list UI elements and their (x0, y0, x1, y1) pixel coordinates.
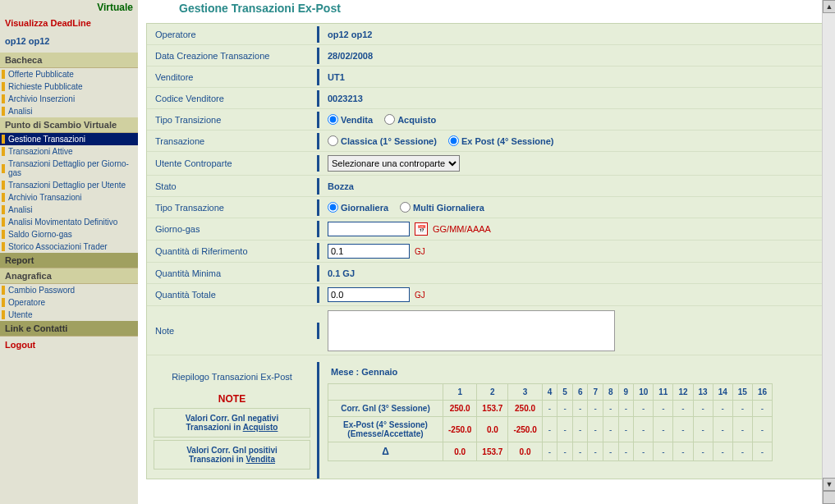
sidebar-item-archivio-inserzioni[interactable]: Archivio Inserzioni (0, 93, 138, 105)
table-cell: - (588, 442, 603, 461)
note-box-negativi: Valori Corr. Gnl negativi Transazioni in… (154, 408, 310, 438)
table-cell: 153.7 (477, 401, 508, 417)
user-label: op12 op12 (0, 31, 138, 53)
sidebar-item-gestione-transazioni[interactable]: Gestione Transazioni (0, 133, 138, 145)
table-cell: - (557, 442, 573, 461)
link-vendita[interactable]: Vendita (245, 455, 275, 464)
sidebar-item-saldo-giorno-gas[interactable]: Saldo Giorno-gas (0, 228, 138, 241)
calendar-icon[interactable]: 📅 (415, 222, 428, 236)
table-cell: - (634, 401, 654, 417)
link-acquisto[interactable]: Acquisto (243, 423, 278, 432)
sidebar-item-analisi-movimentato[interactable]: Analisi Movimentato Definitivo (0, 216, 138, 228)
table-cell: - (752, 401, 772, 417)
sidebar-item-operatore[interactable]: Operatore (0, 296, 138, 309)
label-quantita-rif: Quantità di Riferimento (147, 243, 319, 259)
sidebar: Virtuale Visualizza DeadLine op12 op12 B… (0, 0, 138, 504)
sidebar-item-dettaglio-utente[interactable]: Transazioni Dettaglio per Utente (0, 179, 138, 191)
day-header: 12 (673, 384, 693, 401)
sidebar-item-analisi-psv[interactable]: Analisi (0, 204, 138, 216)
row-label: Ex-Post (4° Sessione)(Emesse/Accettate) (328, 417, 443, 442)
main: Gestione Transazioni Ex-Post Operatore o… (138, 0, 835, 504)
table-cell: - (732, 401, 752, 417)
sidebar-item-richieste-pubblicate[interactable]: Richieste Pubblicate (0, 80, 138, 93)
unit-gj-tot: GJ (415, 291, 425, 300)
value-stato: Bozza (319, 178, 826, 195)
sidebar-item-offerte-pubblicate[interactable]: Offerte Pubblicate (0, 68, 138, 80)
table-cell: -250.0 (508, 417, 542, 442)
radio-expost[interactable]: Ex Post (4° Sessione) (448, 135, 554, 146)
table-cell: - (673, 401, 693, 417)
logout-link[interactable]: Logout (0, 337, 138, 353)
label-quantita-min: Quantità Minima (147, 265, 319, 282)
table-cell: 0.0 (443, 442, 477, 461)
app-label: Virtuale (97, 2, 133, 13)
input-quantita-rif[interactable] (328, 244, 410, 259)
label-codice-venditore: Codice Venditore (147, 90, 319, 107)
outer-scrollbar[interactable]: ▲ ▼ (822, 0, 835, 504)
radio-multi-giornaliera[interactable]: Multi Giornaliera (400, 202, 484, 213)
select-controparte[interactable]: Selezionare una controparte (328, 155, 460, 172)
table-cell: - (618, 442, 634, 461)
radio-classica[interactable]: Classica (1° Sessione) (328, 135, 437, 146)
sidebar-item-transazioni-attive[interactable]: Transazioni Attive (0, 145, 138, 158)
radio-giornaliera[interactable]: Giornaliera (328, 202, 388, 213)
table-row: Corr. Gnl (3° Sessione)250.0153.7250.0--… (328, 401, 773, 417)
form-area: Operatore op12 op12 Data Creazione Trans… (146, 23, 827, 479)
sidebar-item-utente[interactable]: Utente (0, 309, 138, 321)
scroll-up-icon[interactable]: ▲ (823, 0, 835, 13)
radio-transazione: Classica (1° Sessione) Ex Post (4° Sessi… (328, 135, 554, 146)
month-label: Mese : Gennaio (328, 367, 826, 383)
table-cell: - (572, 417, 588, 442)
summary-table: 12345678910111213141516 Corr. Gnl (3° Se… (328, 383, 773, 461)
textarea-note[interactable] (328, 310, 615, 351)
radio-acquisto[interactable]: Acquisto (384, 114, 436, 125)
date-hint: GG/MM/AAAA (433, 224, 491, 234)
section-link[interactable]: Link e Contatti (0, 321, 138, 337)
table-cell: - (542, 442, 557, 461)
label-stato: Stato (147, 178, 319, 195)
summary-panel: Riepilogo Transazioni Ex-Post NOTE Valor… (147, 362, 826, 479)
day-header: 11 (654, 384, 673, 401)
table-cell: - (557, 417, 573, 442)
section-report[interactable]: Report (0, 253, 138, 268)
table-cell: 0.0 (477, 417, 508, 442)
label-quantita-tot: Quantità Totale (147, 286, 319, 303)
label-venditore: Venditore (147, 69, 319, 85)
unit-gj-rif: GJ (415, 247, 425, 256)
input-giorno-gas[interactable] (328, 222, 410, 236)
radio-tipo-transazione: Giornaliera Multi Giornaliera (328, 202, 484, 213)
day-header: 3 (508, 384, 542, 401)
table-cell: - (654, 417, 673, 442)
note-title: NOTE (154, 390, 310, 408)
input-quantita-tot[interactable] (328, 287, 410, 302)
table-cell: - (732, 442, 752, 461)
summary-title: Riepilogo Transazioni Ex-Post (154, 369, 310, 390)
scroll-down-icon[interactable]: ▼ (823, 478, 835, 491)
label-data-creazione: Data Creazione Transazione (147, 48, 319, 64)
table-cell: 250.0 (443, 401, 477, 417)
table-cell: - (693, 442, 713, 461)
table-cell: - (752, 417, 772, 442)
table-cell: - (673, 442, 693, 461)
day-header: 8 (603, 384, 619, 401)
sidebar-item-cambio-password[interactable]: Cambio Password (0, 284, 138, 296)
sidebar-item-storico-associazioni[interactable]: Storico Associazioni Trader (0, 241, 138, 253)
table-cell: - (654, 442, 673, 461)
day-header: 10 (634, 384, 654, 401)
day-header: 9 (618, 384, 634, 401)
table-cell: - (542, 401, 557, 417)
sidebar-item-analisi-bacheca[interactable]: Analisi (0, 105, 138, 117)
table-cell: - (713, 401, 732, 417)
radio-vendita[interactable]: Vendita (328, 114, 373, 125)
table-cell: - (572, 442, 588, 461)
sidebar-item-archivio-transazioni[interactable]: Archivio Transazioni (0, 191, 138, 204)
table-cell: - (693, 417, 713, 442)
value-data-creazione: 28/02/2008 (319, 48, 826, 64)
sidebar-item-dettaglio-giorno-gas[interactable]: Transazioni Dettaglio per Giorno-gas (0, 158, 138, 179)
table-cell: -250.0 (443, 417, 477, 442)
deadline-link[interactable]: Visualizza DeadLine (0, 15, 138, 31)
row-label: Δ (328, 442, 443, 461)
table-cell: - (588, 417, 603, 442)
label-note: Note (147, 323, 319, 339)
day-header: 13 (693, 384, 713, 401)
